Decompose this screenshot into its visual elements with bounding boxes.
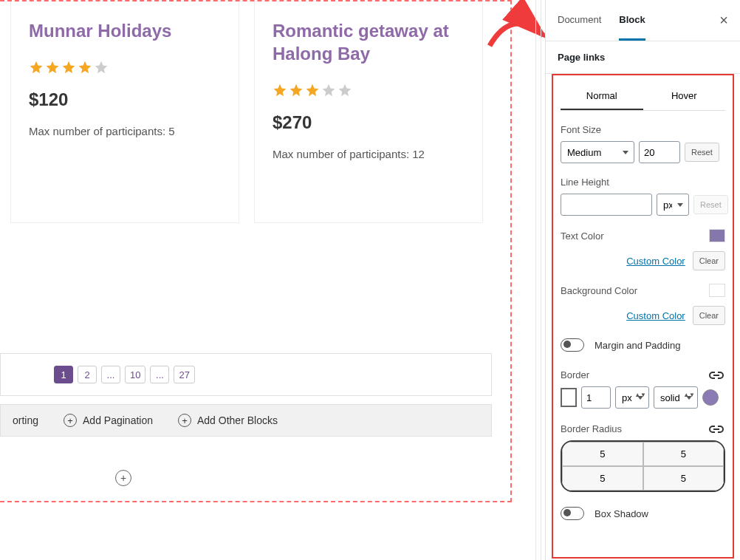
add-other-blocks[interactable]: + Add Other Blocks: [178, 414, 278, 427]
product-card: Romantic getaway at Halong Bay $270 Max …: [254, 1, 483, 223]
link-icon[interactable]: [708, 424, 725, 434]
annotation-arrow-icon: [486, 0, 552, 66]
border-color-swatch[interactable]: [561, 388, 577, 407]
line-height-input[interactable]: [561, 194, 652, 216]
border-width-input[interactable]: [581, 386, 611, 409]
border-radius-label: Border Radius: [561, 423, 622, 434]
bg-color-label: Background Color: [561, 285, 637, 296]
box-shadow-label: Box Shadow: [595, 508, 648, 519]
reset-button[interactable]: Reset: [685, 143, 719, 162]
plus-icon: +: [64, 414, 77, 427]
font-size-input[interactable]: [639, 141, 680, 163]
border-preview-swatch[interactable]: [702, 389, 719, 406]
page-button[interactable]: 27: [174, 366, 194, 383]
pagination: 1 2 ... 10 ... 27: [0, 353, 492, 396]
page-ellipsis: ...: [150, 366, 169, 383]
add-pagination-label: Add Pagination: [83, 414, 153, 426]
subtab-normal[interactable]: Normal: [561, 83, 643, 110]
margin-padding-label: Margin and Padding: [595, 340, 680, 351]
reset-button: Reset: [693, 195, 728, 214]
text-color-label: Text Color: [561, 231, 604, 242]
custom-color-link[interactable]: Custom Color: [626, 256, 685, 267]
page-button[interactable]: 10: [125, 366, 145, 383]
border-label: Border: [561, 369, 589, 380]
product-card: Munnar Holidays $120 Max number of parti…: [10, 1, 239, 223]
add-other-label: Add Other Blocks: [197, 414, 278, 426]
card-participants: Max number of participants: 12: [273, 148, 465, 160]
line-height-unit[interactable]: px: [657, 194, 689, 216]
bg-color-swatch[interactable]: [709, 284, 725, 297]
section-title[interactable]: Page links: [546, 41, 740, 74]
clear-button[interactable]: Clear: [693, 306, 725, 325]
card-price: $120: [29, 89, 221, 110]
plus-icon: +: [178, 414, 191, 427]
insert-block-button[interactable]: +: [115, 470, 131, 486]
custom-color-link[interactable]: Custom Color: [626, 310, 685, 321]
tab-block[interactable]: Block: [619, 1, 645, 41]
margin-padding-toggle[interactable]: [561, 338, 584, 352]
font-size-label: Font Size: [561, 124, 725, 135]
settings-sidebar: Document Block × Page links Normal Hover…: [545, 0, 740, 560]
card-title[interactable]: Romantic getaway at Halong Bay: [273, 19, 465, 65]
link-icon[interactable]: [708, 370, 725, 380]
subtab-hover[interactable]: Hover: [643, 83, 726, 110]
card-participants: Max number of participants: 5: [29, 125, 221, 137]
border-radius-grid: 5 5 5 5: [561, 440, 725, 492]
close-icon[interactable]: ×: [719, 12, 728, 29]
add-blocks-toolbar: orting + Add Pagination + Add Other Bloc…: [0, 404, 492, 437]
rating-stars: [29, 60, 221, 75]
card-price: $270: [273, 112, 465, 133]
box-shadow-toggle[interactable]: [561, 507, 584, 520]
clear-button[interactable]: Clear: [693, 251, 725, 270]
page-button[interactable]: 2: [78, 366, 97, 383]
radius-tl-input[interactable]: 5: [562, 442, 643, 466]
page-button[interactable]: 1: [54, 366, 73, 383]
radius-br-input[interactable]: 5: [643, 466, 724, 491]
card-title[interactable]: Munnar Holidays: [29, 19, 221, 42]
rating-stars: [273, 83, 465, 98]
font-size-select[interactable]: Medium: [561, 141, 634, 163]
line-height-label: Line Height: [561, 177, 725, 188]
text-color-swatch[interactable]: [709, 229, 725, 242]
page-ellipsis: ...: [101, 366, 120, 383]
tab-document[interactable]: Document: [558, 1, 601, 41]
add-sorting[interactable]: orting: [13, 414, 38, 426]
radius-tr-input[interactable]: 5: [643, 442, 724, 466]
add-pagination[interactable]: + Add Pagination: [64, 414, 153, 427]
radius-bl-input[interactable]: 5: [562, 466, 643, 491]
